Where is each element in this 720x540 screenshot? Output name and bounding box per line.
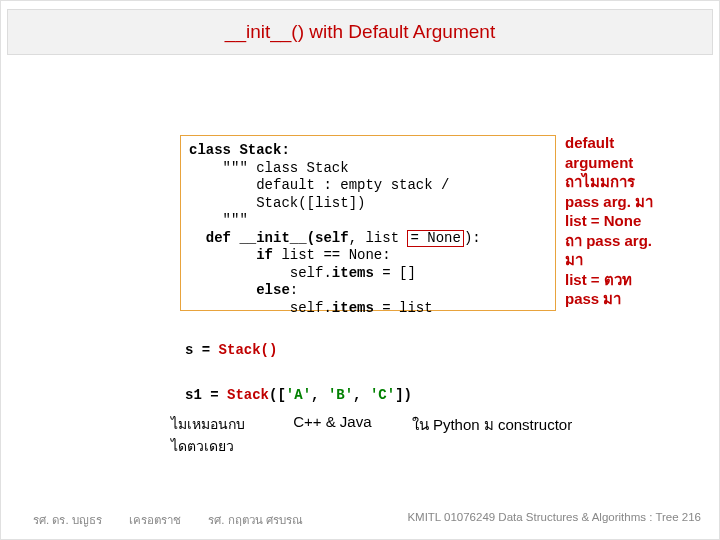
title-bar: __init__() with Default Argument xyxy=(7,9,713,55)
footer-course: KMITL 01076249 Data Structures & Algorit… xyxy=(407,511,701,529)
usage-2a: s1 = xyxy=(185,387,227,403)
note-right: ใน Python ม constructor xyxy=(412,413,572,437)
assign-list: = list xyxy=(374,300,433,316)
kw-def: def xyxy=(189,230,231,246)
docstring-4: """ xyxy=(189,212,248,228)
default-none-highlight: = None xyxy=(407,230,463,247)
kw-if: if xyxy=(189,247,273,263)
note-left-2: ไดตวเดยว xyxy=(171,438,234,454)
usage-2b: Stack xyxy=(227,387,269,403)
self-2: self. xyxy=(189,300,332,316)
docstring-3: Stack([list]) xyxy=(189,195,365,211)
assign-empty: = [] xyxy=(374,265,416,281)
init-close: ): xyxy=(464,230,481,246)
footer-author-3: รศ. กฤตวน ศรบรณ xyxy=(208,514,303,526)
docstring-1: """ class Stack xyxy=(189,160,349,176)
usage-2h: 'C' xyxy=(370,387,395,403)
self-1: self. xyxy=(189,265,332,281)
if-cond: list == None: xyxy=(273,247,391,263)
usage-2c: ([ xyxy=(269,387,286,403)
slide-title: __init__() with Default Argument xyxy=(225,21,495,43)
items-1: items xyxy=(332,265,374,281)
footer-author-2: เครอตราช xyxy=(129,514,181,526)
bottom-note: ไมเหมอนกบ ไดตวเดยว C++ & Java ใน Python … xyxy=(171,413,691,457)
init-params: , list xyxy=(349,230,408,246)
usage-1b: Stack() xyxy=(219,342,278,358)
usage-1a: s = xyxy=(185,342,219,358)
usage-2g: , xyxy=(353,387,370,403)
usage-code: s = Stack() s1 = Stack(['A', 'B', 'C']) xyxy=(185,339,412,406)
init-name: __init__( xyxy=(231,230,315,246)
side-annotation: default argument ถาไมมการ pass arg. มา l… xyxy=(565,133,705,309)
kw-self: self xyxy=(315,230,349,246)
note-mid: C++ & Java xyxy=(293,413,371,430)
code-block: class Stack: """ class Stack default : e… xyxy=(180,135,556,311)
usage-2i: ]) xyxy=(395,387,412,403)
slide: __init__() with Default Argument class S… xyxy=(0,0,720,540)
class-name: Stack: xyxy=(231,142,290,158)
usage-2f: 'B' xyxy=(328,387,353,403)
items-2: items xyxy=(332,300,374,316)
else-colon: : xyxy=(290,282,298,298)
footer: รศ. ดร. บญธร เครอตราช รศ. กฤตวน ศรบรณ KM… xyxy=(1,511,719,529)
footer-left: รศ. ดร. บญธร เครอตราช รศ. กฤตวน ศรบรณ xyxy=(33,511,327,529)
kw-else: else xyxy=(189,282,290,298)
docstring-2: default : empty stack / xyxy=(189,177,449,193)
note-left-1: ไมเหมอนกบ xyxy=(171,416,245,432)
usage-2d: 'A' xyxy=(286,387,311,403)
usage-2e: , xyxy=(311,387,328,403)
footer-author-1: รศ. ดร. บญธร xyxy=(33,514,102,526)
note-left: ไมเหมอนกบ ไดตวเดยว xyxy=(171,413,271,457)
kw-class: class xyxy=(189,142,231,158)
